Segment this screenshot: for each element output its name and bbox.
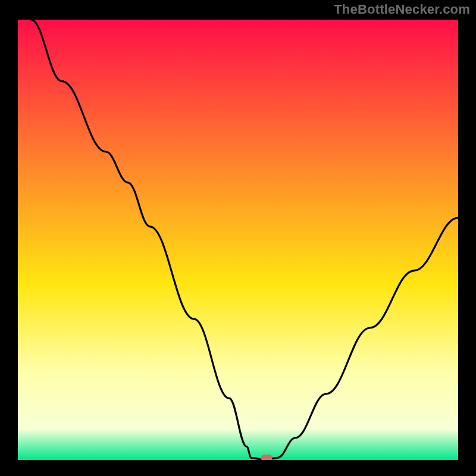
curve-layer [18,20,458,460]
chart-frame: TheBottleNecker.com [0,0,476,476]
watermark-text: TheBottleNecker.com [334,2,470,17]
plot-area [18,20,458,460]
bottleneck-curve [31,20,458,460]
minimum-marker [261,455,272,460]
